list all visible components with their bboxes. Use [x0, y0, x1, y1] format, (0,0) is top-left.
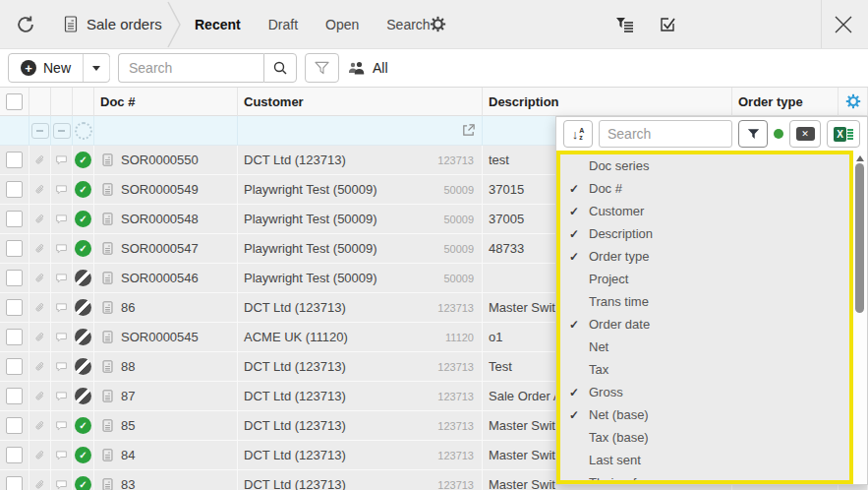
row-checkbox[interactable] [6, 417, 23, 434]
status-column-header[interactable] [73, 88, 94, 116]
row-select-cell[interactable] [0, 411, 29, 441]
doc-number[interactable]: SOR0000549 [121, 182, 199, 197]
row-select-cell[interactable] [0, 293, 29, 323]
attachment-column-header[interactable] [29, 88, 51, 116]
comment-cell[interactable] [51, 175, 73, 205]
select-all-cell[interactable] [0, 88, 29, 116]
tab-search[interactable]: Search [386, 17, 430, 32]
customer-cell[interactable]: Playwright Test (50009)50009 [238, 205, 483, 234]
doc-cell[interactable]: SOR0000546 [94, 264, 238, 293]
customer-column-header[interactable]: Customer [238, 88, 483, 116]
row-checkbox[interactable] [6, 447, 23, 463]
column-menu-item[interactable]: Net [560, 336, 849, 358]
column-menu-item[interactable]: Tax (base) [560, 426, 849, 449]
scroll-up-arrow-icon[interactable] [856, 155, 864, 161]
attachment-cell[interactable] [29, 441, 51, 470]
settings-gear-icon[interactable] [430, 16, 446, 32]
row-select-cell[interactable] [0, 264, 29, 293]
row-select-cell[interactable] [0, 234, 29, 264]
doc-cell[interactable]: SOR0000550 [94, 146, 238, 175]
column-menu-scrollbar[interactable] [853, 151, 867, 484]
customer-cell[interactable]: DCT Ltd (123713)123713 [238, 470, 483, 490]
doc-number[interactable]: 88 [121, 359, 135, 374]
sort-az-button[interactable]: ↓Az [563, 120, 593, 148]
customer-cell[interactable]: Playwright Test (50009)50009 [238, 234, 483, 264]
doc-column-header[interactable]: Doc # [94, 88, 238, 116]
attachment-cell[interactable] [29, 175, 51, 205]
doc-number[interactable]: SOR0000546 [121, 271, 199, 285]
row-select-cell[interactable] [0, 146, 29, 175]
row-select-cell[interactable] [0, 205, 29, 234]
doc-cell[interactable]: SOR0000549 [94, 175, 238, 205]
attachment-cell[interactable] [29, 264, 51, 293]
comment-cell[interactable] [51, 146, 73, 175]
filter-button[interactable] [305, 53, 339, 83]
doc-cell[interactable]: 88 [94, 352, 238, 382]
attachment-cell[interactable] [29, 146, 51, 175]
new-button[interactable]: + New [9, 54, 84, 82]
comment-cell[interactable] [51, 441, 73, 470]
column-menu-item[interactable]: ✓Order date [560, 313, 849, 336]
comment-cell[interactable] [51, 293, 73, 323]
row-checkbox[interactable] [6, 181, 23, 198]
comment-column-header[interactable] [51, 88, 73, 116]
description-column-header[interactable]: Description [483, 88, 732, 116]
column-menu-item[interactable]: ✓Customer [560, 200, 849, 222]
filter-customer-cell[interactable] [238, 116, 483, 146]
doc-number[interactable]: SOR0000547 [121, 241, 199, 256]
attachment-cell[interactable] [29, 205, 51, 234]
row-checkbox[interactable] [6, 152, 23, 168]
row-select-cell[interactable] [0, 352, 29, 382]
row-select-cell[interactable] [0, 175, 29, 205]
column-menu-item[interactable]: Last sent [560, 449, 849, 471]
filter-doc-cell[interactable] [94, 116, 238, 146]
row-select-cell[interactable] [0, 470, 29, 490]
doc-cell[interactable]: 83 [94, 470, 238, 490]
row-checkbox[interactable] [6, 270, 23, 286]
column-menu-item[interactable]: ✓Doc # [560, 177, 849, 200]
select-check-icon[interactable] [660, 17, 675, 32]
customer-cell[interactable]: DCT Ltd (123713)123713 [238, 441, 483, 470]
comment-cell[interactable] [51, 352, 73, 382]
column-menu-item[interactable]: ✓Order type [560, 245, 849, 268]
comment-cell[interactable] [51, 382, 73, 411]
filter-attachment-cell[interactable] [29, 116, 51, 146]
comment-cell[interactable] [51, 264, 73, 293]
customer-cell[interactable]: DCT Ltd (123713)123713 [238, 382, 483, 411]
order-type-column-header[interactable]: Order type [732, 88, 839, 116]
owner-filter-button[interactable]: All [348, 49, 388, 87]
doc-number[interactable]: 87 [121, 389, 135, 403]
doc-cell[interactable]: SOR0000547 [94, 234, 238, 264]
doc-cell[interactable]: 84 [94, 441, 238, 470]
customer-cell[interactable]: DCT Ltd (123713)123713 [238, 293, 483, 323]
doc-number[interactable]: SOR0000550 [121, 153, 199, 167]
column-menu-item[interactable]: Project [560, 268, 849, 290]
customer-cell[interactable]: ACME UK (11120)11120 [238, 323, 483, 352]
column-menu-item[interactable]: ✓Gross [560, 381, 849, 403]
attachment-cell[interactable] [29, 234, 51, 264]
row-checkbox[interactable] [6, 358, 23, 375]
tab-draft[interactable]: Draft [268, 17, 298, 32]
doc-cell[interactable]: SOR0000545 [94, 323, 238, 352]
select-all-checkbox[interactable] [6, 93, 23, 110]
search-input[interactable] [118, 53, 263, 83]
row-select-cell[interactable] [0, 382, 29, 411]
filter-comment-cell[interactable] [51, 116, 73, 146]
search-button[interactable] [263, 53, 297, 83]
row-checkbox[interactable] [6, 476, 23, 490]
doc-number[interactable]: 84 [121, 448, 135, 462]
attachment-cell[interactable] [29, 411, 51, 441]
tab-recent[interactable]: Recent [195, 17, 241, 32]
doc-cell[interactable]: 87 [94, 382, 238, 411]
row-checkbox[interactable] [6, 240, 23, 257]
customer-cell[interactable]: Playwright Test (50009)50009 [238, 175, 483, 205]
row-checkbox[interactable] [6, 299, 23, 316]
comment-cell[interactable] [51, 234, 73, 264]
scrollbar-thumb[interactable] [855, 163, 864, 313]
doc-number[interactable]: SOR0000548 [121, 212, 199, 226]
column-menu-item[interactable]: ✓Net (base) [560, 403, 849, 426]
row-select-cell[interactable] [0, 441, 29, 470]
close-icon[interactable] [833, 14, 854, 35]
external-link-icon[interactable] [461, 123, 476, 138]
refresh-icon[interactable] [16, 15, 35, 34]
